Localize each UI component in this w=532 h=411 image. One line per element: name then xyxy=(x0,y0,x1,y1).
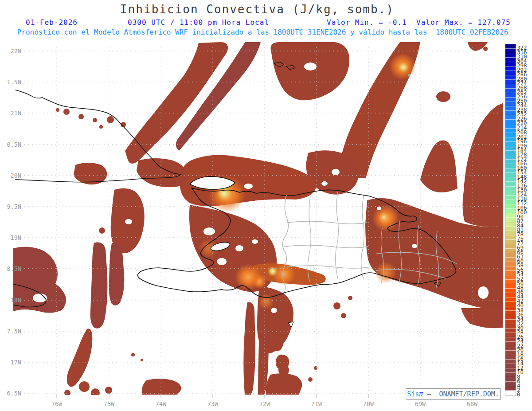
colorbar-swatch xyxy=(505,386,516,391)
colorbar-swatch xyxy=(505,373,516,377)
axis-tick-label: 7.5N xyxy=(7,328,21,335)
colorbar-swatch xyxy=(505,98,516,102)
field-blob xyxy=(420,141,458,192)
lon-axis-labels: 76W75W74W73W72W71W70W69W68W xyxy=(51,400,478,407)
colorbar-swatch xyxy=(505,71,516,75)
colorbar-swatch xyxy=(505,240,516,244)
field-blob xyxy=(109,243,125,305)
colorbar-swatch xyxy=(505,213,516,218)
field-blob xyxy=(333,302,340,309)
colorbar-swatch xyxy=(505,58,516,62)
border-province xyxy=(285,245,368,248)
lat-axis-labels: 22N1.5N21N0.5N20N9.5N19N8.5N18N7.5N17N6.… xyxy=(7,47,21,397)
axis-tick-label: 9.5N xyxy=(7,203,21,210)
field-blob xyxy=(69,373,78,382)
colorbar-swatch xyxy=(505,67,516,71)
axis-tick-label: 73W xyxy=(207,400,219,407)
colorbar-swatch xyxy=(505,258,516,262)
colorbar-swatch xyxy=(505,227,516,231)
colorbar-swatch xyxy=(505,75,516,80)
field-blob xyxy=(314,366,317,370)
colorbar-swatch xyxy=(505,102,516,106)
field-blob xyxy=(99,227,105,234)
axis-tick-label: 6.5N xyxy=(7,390,21,397)
colorbar-swatch xyxy=(505,168,516,173)
colorbar-swatch xyxy=(505,355,516,360)
border-province xyxy=(308,196,311,281)
colorbar-swatch xyxy=(505,111,516,115)
axis-tick-label: 74W xyxy=(156,400,167,407)
colorbar-swatch xyxy=(505,106,516,111)
colorbar-swatch xyxy=(505,360,516,364)
colorbar-swatch xyxy=(505,275,516,280)
colorbar-swatch xyxy=(505,204,516,209)
field-blob xyxy=(131,353,135,356)
colorbar-swatch xyxy=(505,302,516,306)
colorbar-swatch xyxy=(505,342,516,346)
weather-map-page: Inhibicion Convectiva (J/kg, somb.) 01-F… xyxy=(0,0,532,411)
colorbar-swatch xyxy=(505,209,516,213)
field-blob xyxy=(483,47,488,51)
colorbar-swatch xyxy=(505,129,516,133)
colorbar-swatch xyxy=(505,200,516,204)
border-province xyxy=(287,221,367,224)
colorbar-swatch xyxy=(505,297,516,302)
colorbar-swatch xyxy=(505,164,516,168)
field-blob xyxy=(348,296,352,300)
axis-tick-label: 1.5N xyxy=(7,78,21,86)
field-blob xyxy=(461,308,505,328)
colorbar-swatch xyxy=(505,262,516,266)
colorbar-swatch xyxy=(505,137,516,142)
colorbar-swatch xyxy=(505,333,516,337)
border-province xyxy=(361,196,364,279)
colorbar-swatch xyxy=(505,235,516,240)
colorbar-swatch xyxy=(505,280,516,284)
field-blob xyxy=(93,118,97,122)
axis-tick-label: 0.5N xyxy=(7,141,21,148)
branding-agency: – ONAMET/REP.DOM. xyxy=(423,390,499,398)
colorbar-swatch xyxy=(505,329,516,333)
axis-tick-label: 8.5N xyxy=(7,265,21,272)
field-blob xyxy=(63,109,70,115)
colorbar-swatch xyxy=(505,284,516,289)
colorbar-swatch xyxy=(505,155,516,160)
colorbar-swatch xyxy=(505,151,516,155)
axis-tick-label: 21N xyxy=(11,110,21,117)
colorbar-swatch xyxy=(505,133,516,137)
colorbar-swatch xyxy=(505,191,516,196)
colorbar-swatch xyxy=(505,44,516,49)
cin-map-canvas: 22N1.5N21N0.5N20N9.5N19N8.5N18N7.5N17N6.… xyxy=(0,0,532,411)
field-blob xyxy=(266,373,302,395)
colorbar-swatch xyxy=(505,196,516,200)
axis-tick-label: 75W xyxy=(104,400,115,407)
colorbar-swatch xyxy=(505,173,516,177)
colorbar-swatch xyxy=(505,346,516,351)
axis-tick-label: 69W xyxy=(415,400,426,407)
colorbar-swatch xyxy=(505,249,516,253)
colorbar xyxy=(505,44,516,396)
colorbar-label: 0 xyxy=(517,392,520,397)
colorbar-swatch xyxy=(505,320,516,324)
axis-tick-label: 76W xyxy=(51,400,63,407)
colorbar-swatch xyxy=(505,266,516,271)
field-blob xyxy=(436,91,450,102)
colorbar-swatch xyxy=(505,271,516,275)
colorbar-swatch xyxy=(505,93,516,98)
colorbar-swatch xyxy=(505,49,516,53)
field-blob xyxy=(105,387,112,394)
colorbar-swatch xyxy=(505,244,516,249)
colorbar-swatch xyxy=(505,160,516,164)
field-blob xyxy=(462,102,505,227)
field-blob xyxy=(341,313,346,318)
field-blob xyxy=(64,390,70,396)
colorbar-swatch xyxy=(505,115,516,120)
axis-tick-label: 18N xyxy=(11,297,21,304)
axis-tick-label: 17N xyxy=(11,359,21,366)
axis-tick-label: 70W xyxy=(363,400,374,407)
colorbar-swatch xyxy=(505,53,516,58)
field-blob xyxy=(90,243,108,329)
colorbar-swatch xyxy=(505,337,516,342)
sispi-logo-sis: Sis xyxy=(407,390,419,398)
colorbar-swatch xyxy=(505,324,516,329)
field-blob xyxy=(78,114,84,119)
